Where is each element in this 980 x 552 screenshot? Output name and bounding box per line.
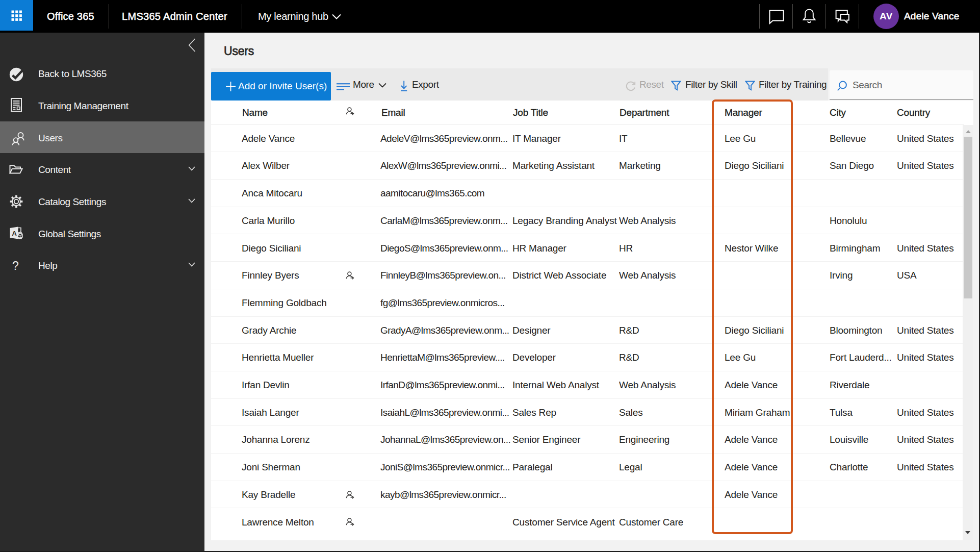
svg-text:A: A [12, 230, 17, 237]
